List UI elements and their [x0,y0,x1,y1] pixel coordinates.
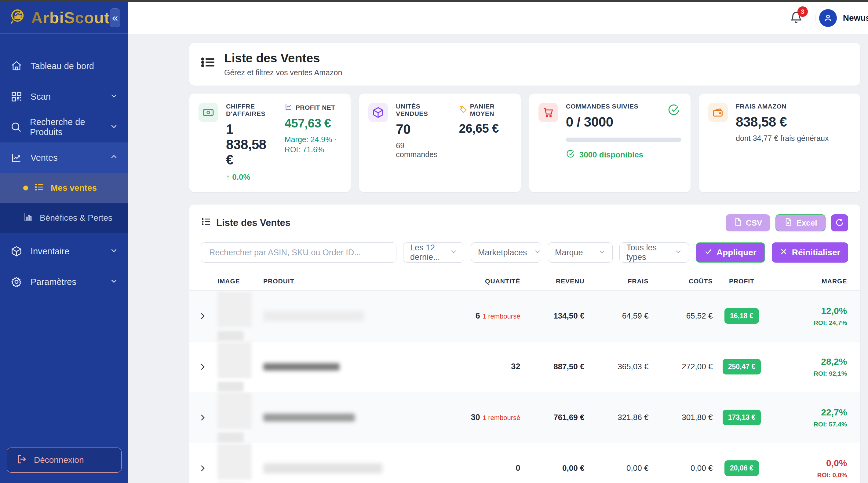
profit-label-row: PROFIT NET [285,103,342,112]
chevron-up-icon [110,153,118,163]
refund-note: 1 remboursé [483,414,521,422]
user-name: Newuser [843,13,868,23]
sidebar-item-dashboard[interactable]: Tableau de bord [0,51,128,81]
roi-value: ROI: 57,4% [771,421,847,428]
costs-value: 272,00 € [648,362,713,371]
cube-icon [368,103,388,122]
app-root: ArbiScout « Tableau de bord Sc [0,0,868,483]
sidebar-subitem-my-sales[interactable]: Mes ventes [0,173,128,203]
product-image-blurred [217,444,263,483]
profit-badge: 250,47 € [723,359,761,374]
sidebar-item-sales[interactable]: Ventes [0,142,128,173]
export-csv-button[interactable]: CSV [726,214,770,231]
check-icon [704,248,712,258]
orders-block: COMMANDES SUIVIES 0 / 3000 3000 disponib… [566,103,681,182]
app-logo: ArbiScout [9,8,110,28]
refund-note: 1 remboursé [483,312,521,320]
reset-filters-button[interactable]: Réinitialiser [772,243,848,263]
quantity-value: 30 [471,413,480,422]
chevron-down-icon [534,248,541,257]
apply-filters-button[interactable]: Appliquer [696,243,765,263]
revenue-label: CHIFFRE D'AFFAIRES [226,103,271,117]
search-input[interactable] [201,243,397,263]
col-quantity: QUANTITÉ [456,278,520,285]
sidebar: ArbiScout « Tableau de bord Sc [0,2,128,483]
expand-row-button[interactable] [198,413,217,422]
roi-value: ROI: 24,7% [771,319,847,326]
user-menu-button[interactable]: Newuser [815,6,868,30]
product-name-blurred [263,363,340,370]
fees-block: FRAIS AMAZON 838,58 € dont 34,77 € frais… [736,103,829,182]
refresh-button[interactable] [831,214,848,231]
page-title-card: Liste des Ventes Gérez et filtrez vos ve… [189,43,860,86]
bar-chart-icon [23,212,34,224]
file-spreadsheet-icon [784,218,793,228]
x-icon [780,248,788,258]
logout-label: Déconnexion [34,455,84,465]
sidebar-collapse-button[interactable]: « [110,8,120,27]
sidebar-item-inventory[interactable]: Inventaire [0,236,128,266]
sidebar-item-label: Inventaire [31,247,69,256]
margin-value: 0,0% [771,458,847,468]
expand-row-button[interactable] [198,312,217,321]
product-image-blurred [217,291,263,341]
tag-icon [459,106,467,115]
product-name-blurred [263,414,355,422]
fees-sub: dont 34,77 € frais généraux [736,134,829,143]
profit-badge: 16,18 € [724,308,759,324]
export-excel-button[interactable]: Excel [775,214,826,231]
quantity-value: 32 [511,362,520,371]
chevron-down-icon [598,248,606,257]
col-fees: FRAIS [584,278,648,285]
sidebar-item-label: Ventes [31,153,58,163]
period-select[interactable]: Les 12 dernie... [403,243,464,263]
sidebar-item-label: Paramètres [31,277,76,287]
fees-value: 365,03 € [584,362,648,371]
type-select[interactable]: Tous les types [619,243,689,263]
margin-value: 22,7% [771,407,847,418]
list-icon [200,54,216,72]
margin-value: 28,2% [771,357,847,367]
sidebar-subitem-profit-loss[interactable]: Bénéfices & Pertes [0,203,128,233]
net-profit-block: PROFIT NET 457,63 € Marge: 24.9% · ROI: … [285,103,342,182]
expand-row-button[interactable] [198,464,217,473]
costs-value: 301,80 € [648,413,713,422]
col-product: PRODUIT [263,278,456,285]
roi-value: ROI: 0,0% [771,472,847,479]
chevron-down-icon [675,248,682,257]
page-title: Liste des Ventes [224,51,342,65]
sidebar-item-settings[interactable]: Paramètres [0,266,128,297]
expand-row-button[interactable] [198,362,217,371]
sidebar-item-scan[interactable]: Scan [0,81,128,112]
notifications-button[interactable]: 3 [789,11,803,25]
list-icon [34,182,44,194]
units-block: UNITÉS VENDUES 70 69 commandes [396,103,445,182]
sales-submenu: Mes ventes Bénéfices & Pertes [0,173,128,233]
logo-text: ArbiScout [31,8,110,27]
gear-icon [10,276,23,288]
list-icon [201,217,211,229]
fees-label: FRAIS AMAZON [736,103,829,110]
margin-value: 12,0% [771,306,847,316]
refresh-icon [835,218,844,228]
file-icon [734,218,742,228]
logout-icon [16,454,27,467]
logout-button[interactable]: Déconnexion [7,448,122,473]
qr-scan-icon [10,91,23,103]
fees-value: 0,00 € [584,463,648,473]
costs-value: 65,52 € [648,311,713,321]
bell-icon [789,20,803,25]
col-costs: COÛTS [648,278,713,285]
marketplace-select[interactable]: Marketplaces [471,243,541,263]
line-chart-icon [10,152,23,164]
revenue-value: 0,00 € [520,463,584,473]
sidebar-subitem-label: Mes ventes [51,183,97,193]
brand-select[interactable]: Marque [548,243,613,263]
product-image-blurred [217,342,263,392]
sidebar-item-label: Recherche de Produits [30,117,102,137]
avatar [819,9,837,27]
cart-icon [538,103,558,122]
revenue-value: 887,50 € [520,362,584,371]
sidebar-nav: Tableau de bord Scan Recherche de Pro [0,51,128,297]
sidebar-item-product-search[interactable]: Recherche de Produits [0,112,128,142]
